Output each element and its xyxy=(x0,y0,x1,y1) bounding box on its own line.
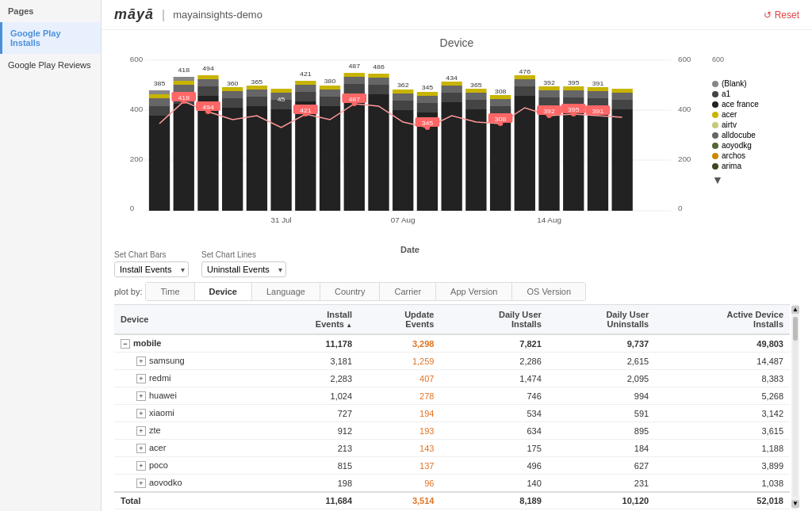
cell-zte-update: 193 xyxy=(358,422,440,440)
table-row-acer: +acer 213 143 175 184 1,188 xyxy=(114,440,790,457)
svg-text:395: 395 xyxy=(568,105,580,113)
svg-text:308: 308 xyxy=(495,115,507,123)
svg-text:345: 345 xyxy=(422,83,434,91)
svg-text:486: 486 xyxy=(373,63,385,71)
cell-zte-active: 3,615 xyxy=(655,422,790,440)
expand-mobile-icon[interactable]: − xyxy=(121,339,130,349)
svg-text:385: 385 xyxy=(154,79,166,87)
legend-item-acer: acer xyxy=(712,110,799,119)
reset-label: Reset xyxy=(775,10,799,21)
tab-carrier[interactable]: Carrier xyxy=(380,283,436,300)
svg-text:365: 365 xyxy=(251,78,263,86)
cell-aovodko-install: 198 xyxy=(262,475,358,493)
legend-item-archos: archos xyxy=(712,151,799,160)
expand-acer-icon[interactable]: + xyxy=(136,444,146,453)
cell-poco-install: 815 xyxy=(262,457,358,475)
svg-rect-86 xyxy=(490,99,511,106)
expand-huawei-icon[interactable]: + xyxy=(136,391,146,401)
svg-text:14 Aug: 14 Aug xyxy=(537,215,561,223)
cell-acer-update: 143 xyxy=(358,440,440,457)
col-header-device[interactable]: Device xyxy=(114,305,262,335)
scroll-thumb[interactable] xyxy=(793,317,798,341)
cell-mobile-daily-inst: 7,821 xyxy=(440,334,547,353)
cell-samsung-device: +samsung xyxy=(114,353,262,370)
cell-huawei-daily-uninst: 994 xyxy=(548,387,655,405)
cell-zte-daily-uninst: 895 xyxy=(548,422,655,440)
expand-redmi-icon[interactable]: + xyxy=(136,374,146,383)
svg-rect-52 xyxy=(320,86,340,90)
expand-xiaomi-icon[interactable]: + xyxy=(136,409,146,418)
tab-language[interactable]: Language xyxy=(252,283,320,300)
svg-rect-50 xyxy=(320,97,340,106)
svg-text:487: 487 xyxy=(348,95,360,103)
header-separator: | xyxy=(162,8,165,22)
svg-text:476: 476 xyxy=(519,67,531,75)
svg-rect-91 xyxy=(515,79,535,86)
svg-rect-25 xyxy=(197,86,218,96)
svg-rect-107 xyxy=(588,87,608,91)
plot-by-section: plot by: Time Device Language Country Ca… xyxy=(102,282,812,304)
reset-button[interactable]: ↺ Reset xyxy=(764,10,799,21)
col-header-update[interactable]: UpdateEvents xyxy=(358,305,440,335)
tab-country[interactable]: Country xyxy=(320,283,381,300)
table-scrollbar[interactable]: ▲ ▼ xyxy=(791,304,799,509)
header-left: māyā | mayainsights-demo xyxy=(114,6,262,23)
expand-samsung-icon[interactable]: + xyxy=(136,357,146,366)
table-row-huawei: +huawei 1,024 278 746 994 5,268 xyxy=(114,387,790,405)
expand-zte-icon[interactable]: + xyxy=(136,426,146,436)
cell-aovodko-daily-uninst: 231 xyxy=(548,475,655,493)
cell-aovodko-update: 96 xyxy=(358,475,440,493)
data-table: Device InstallEvents UpdateEvents Daily … xyxy=(114,304,790,509)
sidebar-item-reviews[interactable]: Google Play Reviews xyxy=(0,54,101,76)
scroll-down-button[interactable]: ▼ xyxy=(791,500,799,508)
brand-logo: māyā xyxy=(114,6,154,23)
svg-rect-36 xyxy=(247,90,267,97)
legend-item-airtv: airtv xyxy=(712,120,799,129)
cell-redmi-daily-uninst: 2,095 xyxy=(548,370,655,387)
expand-poco-icon[interactable]: + xyxy=(136,461,146,471)
svg-rect-16 xyxy=(149,90,170,94)
svg-rect-99 xyxy=(563,107,584,211)
col-header-daily-uninstalls[interactable]: Daily UserUninstalls xyxy=(548,305,655,335)
svg-text:07 Aug: 07 Aug xyxy=(391,215,416,223)
col-header-daily-installs[interactable]: Daily UserInstalls xyxy=(440,305,547,335)
cell-poco-update: 137 xyxy=(358,457,440,475)
cell-acer-daily-inst: 175 xyxy=(440,440,547,457)
cell-acer-device: +acer xyxy=(114,440,262,457)
table-scroll: Device InstallEvents UpdateEvents Daily … xyxy=(114,304,790,509)
tab-time[interactable]: Time xyxy=(146,283,194,300)
cell-xiaomi-install: 727 xyxy=(262,405,358,422)
expand-aovodko-icon[interactable]: + xyxy=(136,479,146,488)
svg-text:434: 434 xyxy=(446,74,458,82)
svg-rect-81 xyxy=(465,93,486,100)
tab-os-version[interactable]: OS Version xyxy=(512,283,585,300)
svg-rect-18 xyxy=(174,104,194,211)
svg-text:391: 391 xyxy=(592,79,604,87)
chart-lines-select[interactable]: Uninstall Events xyxy=(201,261,286,277)
svg-rect-26 xyxy=(197,79,218,86)
cell-huawei-daily-inst: 746 xyxy=(440,387,547,405)
cell-poco-active: 3,899 xyxy=(655,457,790,475)
tab-device[interactable]: Device xyxy=(195,283,252,300)
svg-rect-22 xyxy=(174,77,194,81)
sidebar-item-installs[interactable]: Google Play Installs xyxy=(0,22,101,54)
cell-huawei-update: 278 xyxy=(358,387,440,405)
table-header-row: Device InstallEvents UpdateEvents Daily … xyxy=(114,305,790,335)
svg-text:308: 308 xyxy=(495,87,507,95)
svg-rect-79 xyxy=(465,109,486,211)
table-row-zte: +zte 912 193 634 895 3,615 xyxy=(114,422,790,440)
col-header-install[interactable]: InstallEvents xyxy=(262,305,358,335)
scroll-up-button[interactable]: ▲ xyxy=(791,306,799,314)
x-axis-label: Date xyxy=(114,245,706,254)
svg-rect-47 xyxy=(295,81,316,85)
header: māyā | mayainsights-demo ↺ Reset xyxy=(102,0,812,30)
cell-acer-active: 1,188 xyxy=(655,440,790,457)
legend-item-arima: arima xyxy=(712,162,799,170)
cell-redmi-active: 8,383 xyxy=(655,370,790,387)
legend-expand-button[interactable]: ▼ xyxy=(712,174,799,186)
col-header-active[interactable]: Active DeviceInstalls xyxy=(655,305,790,335)
svg-rect-87 xyxy=(490,95,511,99)
svg-rect-31 xyxy=(222,91,243,98)
chart-bars-select[interactable]: Install Events xyxy=(114,261,189,277)
tab-app-version[interactable]: App Version xyxy=(436,283,512,300)
